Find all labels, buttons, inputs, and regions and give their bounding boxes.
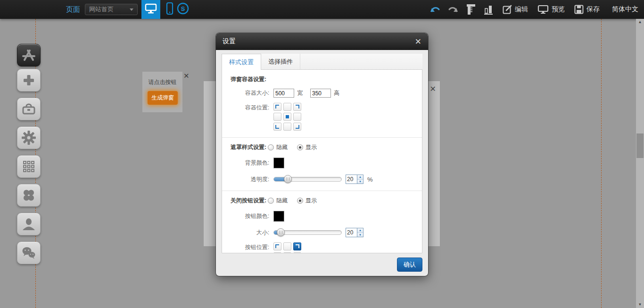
popup-trigger-widget[interactable]: 请点击按钮 生成弹窗 bbox=[142, 72, 182, 112]
spin-down-icon[interactable]: ▼ bbox=[357, 233, 363, 237]
corner-top-left-icon bbox=[275, 244, 279, 248]
preview-button[interactable]: 预览 bbox=[537, 5, 565, 14]
position-cell-middle-right[interactable] bbox=[293, 113, 301, 121]
close-button-show-option[interactable]: 显示 bbox=[297, 197, 317, 205]
position-cell-top-left[interactable] bbox=[273, 103, 281, 111]
tab-choose-plugin[interactable]: 选择插件 bbox=[261, 54, 300, 69]
container-height-input[interactable] bbox=[310, 89, 331, 98]
style-settings-panel: 弹窗容器设置: 容器大小: 宽 高 容器位置: 遮 bbox=[222, 70, 422, 253]
user-icon bbox=[22, 217, 36, 231]
vertical-scrollbar[interactable]: ▲ ▼ bbox=[636, 19, 644, 308]
close-button-hide-option[interactable]: 隐藏 bbox=[268, 197, 288, 205]
btn-position-cell-top-right-selected[interactable] bbox=[293, 242, 301, 250]
mask-bg-color-label: 背景颜色: bbox=[222, 159, 269, 167]
confirm-button[interactable]: 确认 bbox=[397, 258, 422, 272]
center-square-icon bbox=[286, 115, 289, 118]
container-width-input[interactable] bbox=[273, 89, 294, 98]
sidebar-item-toolbox[interactable] bbox=[17, 98, 41, 120]
position-cell-bottom-right[interactable] bbox=[293, 123, 301, 131]
close-button-position-label: 按钮位置: bbox=[222, 243, 269, 251]
toolbox-icon bbox=[21, 102, 36, 116]
mask-color-swatch[interactable] bbox=[273, 158, 284, 168]
radio-checked-icon bbox=[297, 198, 303, 204]
save-button[interactable]: 保存 bbox=[574, 5, 600, 14]
position-cell-middle-left[interactable] bbox=[273, 113, 281, 121]
page-select-dropdown[interactable]: 网站首页 bbox=[85, 4, 138, 15]
radio-unchecked-icon bbox=[268, 144, 274, 150]
position-cell-top-right[interactable] bbox=[293, 103, 301, 111]
desktop-view-button[interactable] bbox=[141, 0, 160, 19]
position-cell-center-selected[interactable] bbox=[283, 113, 291, 121]
opacity-value-input[interactable] bbox=[346, 175, 357, 183]
language-switch[interactable]: 简体中文 bbox=[612, 5, 638, 14]
opacity-slider-thumb[interactable] bbox=[284, 175, 292, 183]
size-slider-thumb[interactable] bbox=[277, 228, 285, 236]
settings-dialog: 设置 ✕ 样式设置 选择插件 弹窗容器设置: 容器大小: 宽 高 容器位置: bbox=[216, 33, 428, 276]
container-position-grid bbox=[273, 103, 301, 131]
bar-chart-icon bbox=[484, 4, 493, 15]
scroll-up-arrow-icon[interactable]: ▲ bbox=[636, 19, 644, 25]
spin-up-icon[interactable]: ▲ bbox=[357, 228, 363, 233]
radio-unchecked-icon bbox=[268, 198, 274, 204]
height-unit-label: 高 bbox=[334, 89, 339, 97]
opacity-numbox: ▲ ▼ bbox=[346, 175, 363, 184]
btn-position-cell-top-left[interactable] bbox=[273, 242, 281, 250]
dialog-header[interactable]: 设置 ✕ bbox=[216, 33, 428, 50]
sidebar-item-design[interactable] bbox=[17, 44, 41, 67]
size-spinner[interactable]: ▲ ▼ bbox=[357, 228, 363, 237]
size-value-input[interactable] bbox=[346, 228, 357, 237]
position-cell-top-center[interactable] bbox=[283, 103, 291, 111]
grid-modules-icon bbox=[22, 159, 36, 174]
position-cell-bottom-left[interactable] bbox=[273, 123, 281, 131]
mask-show-option[interactable]: 显示 bbox=[297, 143, 317, 151]
page-select-value: 网站首页 bbox=[89, 5, 130, 14]
preview-close-icon[interactable]: ✕ bbox=[430, 85, 436, 93]
scroll-down-arrow-icon[interactable]: ▼ bbox=[636, 301, 644, 308]
top-toolbar: 页面 网站首页 S bbox=[0, 0, 644, 19]
tab-style-settings[interactable]: 样式设置 bbox=[222, 54, 261, 70]
save-label: 保存 bbox=[586, 5, 600, 14]
container-section-heading: 弹窗容器设置: bbox=[222, 75, 268, 83]
save-floppy-icon bbox=[574, 5, 584, 14]
undo-button[interactable] bbox=[430, 5, 440, 14]
preview-label: 预览 bbox=[552, 5, 565, 14]
width-unit-label: 宽 bbox=[297, 89, 303, 97]
preview-monitor-icon bbox=[537, 5, 549, 14]
ruler-button[interactable] bbox=[466, 3, 476, 16]
close-button-color-swatch[interactable] bbox=[273, 211, 284, 222]
close-button-size-slider[interactable] bbox=[273, 230, 342, 235]
sidebar-item-plugins[interactable] bbox=[17, 184, 41, 207]
opacity-unit-label: % bbox=[367, 176, 373, 183]
scrollbar-thumb[interactable] bbox=[636, 133, 644, 158]
redo-button[interactable] bbox=[448, 5, 458, 14]
dialog-tabbar: 样式设置 选择插件 bbox=[222, 54, 422, 70]
theme-skin-button[interactable]: S bbox=[181, 8, 184, 11]
sidebar-item-add[interactable] bbox=[17, 69, 41, 92]
toolbar-right-group: 编辑 预览 保存 简体中文 bbox=[422, 3, 638, 16]
sidebar-item-modules[interactable] bbox=[17, 155, 41, 178]
wechat-icon bbox=[21, 246, 36, 259]
edit-button[interactable]: 编辑 bbox=[503, 5, 528, 14]
sidebar-item-wechat[interactable] bbox=[17, 241, 41, 264]
sidebar-item-user[interactable] bbox=[17, 213, 41, 235]
sidebar-item-settings[interactable] bbox=[17, 126, 41, 149]
widget-hint-text: 请点击按钮 bbox=[142, 78, 182, 86]
generate-popup-button[interactable]: 生成弹窗 bbox=[148, 91, 178, 105]
dialog-close-icon[interactable]: ✕ bbox=[415, 37, 421, 47]
close-button-size-label: 大小: bbox=[222, 229, 269, 237]
mask-hide-option[interactable]: 隐藏 bbox=[268, 143, 288, 151]
size-numbox: ▲ ▼ bbox=[346, 228, 363, 237]
close-button-color-label: 按钮颜色: bbox=[222, 212, 269, 220]
container-position-label: 容器位置: bbox=[222, 104, 269, 112]
position-cell-bottom-center[interactable] bbox=[283, 123, 291, 131]
mask-visibility-radios: 隐藏 显示 bbox=[268, 143, 326, 151]
opacity-slider[interactable] bbox=[273, 177, 342, 182]
btn-position-cell-top-center[interactable] bbox=[283, 242, 291, 250]
edit-pencil-icon bbox=[503, 5, 512, 14]
corner-bottom-right-icon bbox=[296, 125, 299, 129]
widget-close-icon[interactable]: ✕ bbox=[183, 72, 190, 79]
spin-down-icon[interactable]: ▼ bbox=[357, 179, 363, 184]
opacity-spinner[interactable]: ▲ ▼ bbox=[357, 175, 363, 183]
spin-up-icon[interactable]: ▲ bbox=[357, 175, 363, 179]
statistics-button[interactable] bbox=[484, 4, 493, 15]
